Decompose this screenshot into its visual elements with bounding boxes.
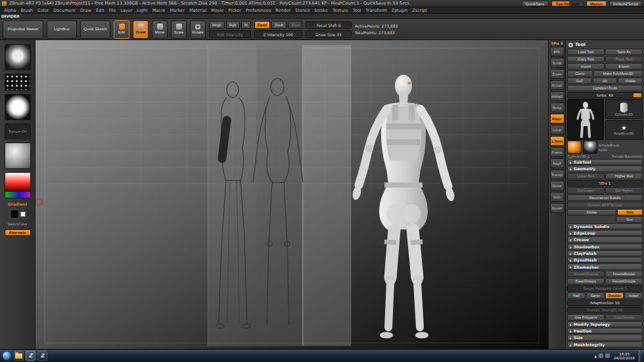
- right-shelf-polyf[interactable]: PolyF: [550, 158, 564, 168]
- model-figure[interactable]: [352, 75, 456, 338]
- rgb-intensity-slider[interactable]: Rgb Intensity: [209, 30, 251, 38]
- save-as-button[interactable]: Save As: [605, 49, 643, 55]
- keep-groups-button[interactable]: KeepGroups: [567, 278, 605, 284]
- current-texture-thumbnail[interactable]: Texture Off: [5, 124, 31, 139]
- right-shelf-persp[interactable]: Persp: [550, 102, 564, 112]
- right-shelf-xpose[interactable]: Xpose: [550, 203, 564, 213]
- paste-tool-button[interactable]: Paste Tool: [605, 56, 643, 62]
- spix-slider[interactable]: SPix 3: [551, 41, 563, 45]
- main-color-swatch[interactable]: [10, 210, 19, 219]
- subtool-section-header[interactable]: SubTool: [567, 159, 643, 165]
- zadd-button[interactable]: Zadd: [254, 21, 270, 29]
- menu-edit[interactable]: Edit: [96, 8, 104, 13]
- position-section-header[interactable]: Position: [567, 328, 643, 334]
- right-shelf-ghost[interactable]: Ghost: [550, 181, 564, 191]
- menu-color[interactable]: Color: [37, 8, 49, 13]
- lower-res-button[interactable]: Lower Res: [567, 173, 605, 179]
- sdiv-slider[interactable]: SDiv 1: [567, 180, 643, 187]
- color-density-button[interactable]: ColorDensity: [605, 314, 643, 321]
- divide-button[interactable]: Divide: [567, 209, 616, 215]
- right-shelf-solo[interactable]: Solo: [550, 192, 564, 202]
- geometry-section-header[interactable]: Geometry: [567, 166, 643, 171]
- tool-palette-header[interactable]: Tool: [567, 41, 643, 48]
- menu-tool[interactable]: Tool: [353, 8, 361, 13]
- see-through-slider[interactable]: See-through: [551, 1, 584, 7]
- reconstruct-subdiv-button[interactable]: Reconstruct Subdiv: [567, 194, 643, 201]
- menu-preferences[interactable]: Preferences: [246, 8, 271, 13]
- zsub-button[interactable]: Zsub: [271, 21, 287, 29]
- menu-zplugin[interactable]: Zplugin: [392, 8, 408, 13]
- size-section-header[interactable]: Size: [567, 334, 643, 340]
- m-button[interactable]: M: [241, 21, 251, 29]
- goz-visible-button[interactable]: Visible: [618, 78, 643, 84]
- document-viewport[interactable]: [35, 40, 548, 349]
- lightbox-button[interactable]: LightBox: [47, 20, 77, 39]
- move-mode-button[interactable]: Move: [152, 20, 168, 39]
- make-polymesh3d-button[interactable]: Make PolyMesh3D: [593, 70, 643, 77]
- tray-expand-icon[interactable]: ▲: [594, 354, 597, 358]
- convert-bpr-button[interactable]: Convert BPR To Geo: [567, 202, 643, 208]
- right-shelf-floor[interactable]: Floor: [550, 114, 564, 124]
- import-button[interactable]: Import: [567, 63, 605, 70]
- taskbar-clock[interactable]: 16:25 04/02/2016: [612, 352, 637, 360]
- menu-render[interactable]: Render: [275, 8, 290, 13]
- right-shelf-transp[interactable]: Transp: [550, 170, 564, 179]
- volume-tray-icon[interactable]: [605, 353, 610, 358]
- clone-button[interactable]: Clone: [567, 70, 593, 77]
- menu-document[interactable]: Document: [53, 8, 76, 13]
- right-shelf-zoom[interactable]: Zoom: [550, 69, 564, 79]
- menu-alpha[interactable]: Alpha: [4, 8, 16, 13]
- curves-strength-slider[interactable]: Curves Strength 50: [567, 307, 643, 313]
- goz-all-button[interactable]: All: [593, 78, 618, 84]
- menu-marker[interactable]: Marker: [170, 8, 184, 13]
- explorer-taskbar-button[interactable]: [14, 351, 24, 361]
- copy-tool-button[interactable]: Copy Tool: [567, 56, 605, 62]
- right-shelf-bpr[interactable]: BPR: [550, 47, 564, 57]
- gradient-button[interactable]: Gradient: [8, 202, 28, 206]
- show-desktop-button[interactable]: [639, 350, 642, 362]
- zremesher-section-header[interactable]: ZRemesher: [567, 263, 643, 269]
- tool-thumbnail-simplebrush[interactable]: [567, 141, 582, 154]
- lightbox-tools-button[interactable]: Lightbox>Tools: [567, 85, 643, 91]
- freeze-border-button[interactable]: FreezeBorder: [605, 271, 643, 277]
- goz-button[interactable]: GoZ: [567, 78, 592, 84]
- edgeloop-section-header[interactable]: EdgeLoop: [567, 230, 643, 236]
- menus-toggle-button[interactable]: Menus: [586, 1, 607, 7]
- menu-material[interactable]: Material: [189, 8, 206, 13]
- half-button[interactable]: Half: [567, 292, 586, 299]
- menu-layer[interactable]: Layer: [120, 8, 132, 13]
- rgb-button[interactable]: Rgb: [226, 21, 240, 29]
- tool-thumbnail-cylinder3d[interactable]: Cylinder3D: [605, 99, 643, 119]
- higher-res-button[interactable]: Higher Res: [605, 173, 643, 179]
- smooth-groups-button[interactable]: SmoothGroups: [567, 271, 605, 277]
- menu-macro[interactable]: Macro: [152, 8, 166, 13]
- same-button[interactable]: Same: [586, 292, 605, 299]
- dynamesh-section-header[interactable]: DynaMesh: [567, 257, 643, 263]
- edit-mode-button[interactable]: Edit: [114, 20, 129, 39]
- right-shelf-aahalf[interactable]: AAHalf: [550, 91, 564, 101]
- tool-thumbnail-polymesh3d[interactable]: ★ PolyMesh3D: [605, 120, 643, 140]
- adaptive-size-slider[interactable]: AdaptiveSize 50: [567, 300, 643, 306]
- del-lower-button[interactable]: Del Lower: [567, 187, 605, 194]
- zbrush-taskbar-button[interactable]: Z: [26, 351, 35, 361]
- right-shelf-frame[interactable]: Frame: [550, 147, 564, 157]
- alternate-button[interactable]: Alternate: [5, 229, 31, 236]
- menu-draw[interactable]: Draw: [80, 8, 91, 13]
- freeze-groups-button[interactable]: FreezeGroups: [605, 278, 643, 284]
- color-picker[interactable]: [5, 172, 31, 198]
- suv-toggle[interactable]: Suv: [616, 216, 643, 223]
- z-intensity-slider[interactable]: Z Intensity 100: [254, 30, 302, 38]
- menu-transform[interactable]: Transform: [365, 8, 386, 13]
- quick-sketch-button[interactable]: Quick Sketch: [80, 20, 110, 39]
- menu-light[interactable]: Light: [137, 8, 148, 13]
- shadowbox-section-header[interactable]: ShadowBox: [567, 244, 643, 250]
- quicksave-button[interactable]: QuickSave: [522, 1, 549, 7]
- projection-master-button[interactable]: Projection Master: [3, 20, 43, 39]
- export-button[interactable]: Export: [605, 63, 643, 70]
- menu-movie[interactable]: Movie: [211, 8, 223, 13]
- tool-thumbnail-turbo[interactable]: [583, 141, 597, 154]
- menu-texture[interactable]: Texture: [333, 8, 348, 13]
- adapt-button[interactable]: Adapt: [624, 292, 643, 299]
- menu-brush[interactable]: Brush: [20, 8, 33, 13]
- mrgb-button[interactable]: Mrgb: [209, 21, 225, 29]
